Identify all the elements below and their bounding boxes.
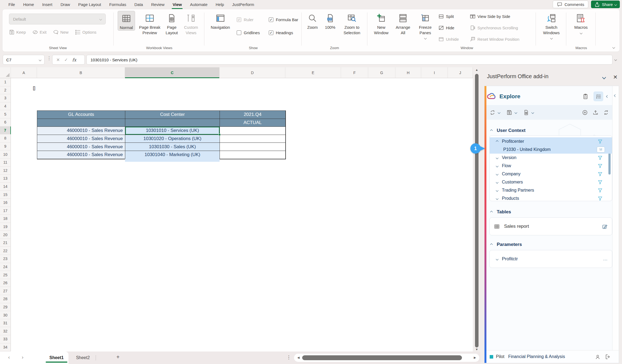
headings-checkbox[interactable]: Headings [269, 30, 293, 35]
context-item-profitcenter[interactable]: Profitcenter [490, 137, 612, 145]
menu-item-view[interactable]: View [169, 1, 185, 8]
cell-c11-fill[interactable] [125, 159, 220, 162]
row-header-2[interactable]: 2 [0, 86, 11, 94]
table-item-sales-report[interactable]: Sales report [489, 217, 612, 235]
save-data-icon[interactable] [507, 110, 512, 115]
table-header-cell[interactable]: GL Accounts [37, 111, 125, 119]
tables-header[interactable]: Tables [490, 209, 511, 215]
refresh-data-icon[interactable] [490, 110, 495, 115]
menu-item-justperform[interactable]: JustPerform [229, 1, 258, 8]
row-header-4[interactable]: 4 [0, 102, 11, 110]
custom-views-button[interactable]: Custom Views [181, 11, 201, 35]
context-item-version[interactable]: Version [490, 154, 612, 162]
row-header-32[interactable]: 32 [0, 327, 11, 335]
row-header-10[interactable]: 10 [0, 150, 11, 159]
user-account-icon[interactable] [595, 354, 601, 360]
row-header-34[interactable]: 34 [0, 343, 11, 352]
options-button[interactable]: Options [75, 29, 96, 35]
menu-item-page-layout[interactable]: Page Layout [75, 1, 105, 8]
row-header-26[interactable]: 26 [0, 279, 11, 287]
table-header-cell[interactable]: ACTUAL [220, 119, 286, 127]
view-side-by-side-button[interactable]: View Side by Side [470, 14, 510, 19]
row-header-3[interactable]: 3 [0, 94, 11, 102]
row-header-1[interactable]: 1 [0, 78, 11, 86]
next-sheet-arrow[interactable]: › [22, 354, 23, 360]
filter-funnel-icon[interactable] [598, 139, 603, 144]
addin-close-icon[interactable]: ✕ [613, 74, 618, 80]
row-header-20[interactable]: 20 [0, 231, 11, 239]
hide-button[interactable]: Hide [438, 25, 454, 31]
unhide-button[interactable]: Unhide [438, 36, 459, 42]
table-cell[interactable]: 10301030 - Sales (UK) [125, 143, 220, 151]
parameters-header[interactable]: Parameters [490, 242, 522, 247]
menu-item-insert[interactable]: Insert [39, 1, 56, 8]
row-header-5[interactable]: 5 [0, 110, 11, 118]
row-header-15[interactable]: 15 [0, 191, 11, 199]
selected-cell-c7[interactable]: 10301010 - Services (UK) [125, 127, 220, 135]
table-header-cell[interactable]: Cost Center [125, 111, 220, 119]
context-item-p1030-united-kingdom[interactable]: P1030 - United KingdomM [490, 145, 612, 154]
vertical-scrollbar[interactable]: ▲ ▼ [473, 67, 480, 352]
exit-button[interactable]: Exit [32, 29, 46, 35]
filter-funnel-icon[interactable] [598, 180, 603, 185]
cell-a2[interactable]: [] [25, 86, 35, 91]
report-clipboard-button[interactable] [580, 91, 590, 101]
switch-windows-button[interactable]: Switch Windows [539, 11, 563, 39]
macros-button[interactable]: Macros [569, 11, 593, 34]
column-header-a[interactable]: A [11, 67, 37, 78]
filter-funnel-icon[interactable] [598, 188, 603, 193]
scroll-down-arrow[interactable]: ▼ [475, 348, 478, 351]
table-cell[interactable] [220, 127, 286, 135]
sheet-view-dropdown[interactable]: Default [9, 14, 106, 24]
ribbon-collapse-chevron[interactable] [612, 46, 615, 49]
menu-item-formulas[interactable]: Formulas [106, 1, 130, 8]
share-button[interactable]: Share [591, 1, 620, 8]
row-header-19[interactable]: 19 [0, 223, 11, 231]
new-sheet-view-button[interactable]: New [53, 29, 68, 35]
row-header-31[interactable]: 31 [0, 319, 11, 327]
page-break-preview-button[interactable]: Page Break Preview [137, 11, 162, 35]
explore-list-button[interactable] [593, 91, 603, 101]
row-header-22[interactable]: 22 [0, 247, 11, 255]
scroll-right-arrow[interactable]: ▶ [474, 356, 476, 359]
refresh-chevron[interactable] [498, 111, 501, 114]
column-header-f[interactable]: F [341, 67, 368, 78]
menu-item-help[interactable]: Help [212, 1, 228, 8]
tab-sheet2[interactable]: Sheet2 [71, 352, 95, 364]
row-header-25[interactable]: 25 [0, 271, 11, 279]
comments-button[interactable]: Comments [553, 1, 588, 8]
filter-funnel-icon[interactable] [598, 196, 603, 201]
formula-bar-checkbox[interactable]: Formula Bar [269, 17, 298, 22]
menu-item-review[interactable]: Review [148, 1, 168, 8]
insert-function-icon[interactable]: fx [72, 57, 76, 62]
table-cell[interactable]: 46000010 - Sales Revenue [37, 135, 125, 143]
row-header-11[interactable]: 11 [0, 159, 11, 167]
row-header-21[interactable]: 21 [0, 239, 11, 247]
formula-bar-grip[interactable]: ⋮ [47, 55, 52, 61]
scroll-up-arrow[interactable]: ▲ [475, 68, 478, 71]
menu-item-draw[interactable]: Draw [57, 1, 74, 8]
vertical-scrollbar-thumb[interactable] [475, 74, 479, 347]
row-header-33[interactable]: 33 [0, 335, 11, 343]
synchronous-scrolling-button[interactable]: Synchronous Scrolling [470, 25, 518, 31]
row-header-8[interactable]: 8 [0, 134, 11, 143]
normal-view-button[interactable]: Normal [118, 11, 135, 31]
row-header-18[interactable]: 18 [0, 215, 11, 223]
filter-funnel-icon[interactable] [598, 172, 603, 177]
column-header-d[interactable]: D [220, 67, 285, 78]
row-header-12[interactable]: 12 [0, 167, 11, 175]
row-header-14[interactable]: 14 [0, 183, 11, 191]
cancel-icon[interactable]: ✕ [56, 57, 60, 62]
zoom-to-selection-button[interactable]: Zoom to Selection [340, 11, 364, 35]
fill-handle[interactable] [218, 134, 221, 136]
row-header-27[interactable]: 27 [0, 287, 11, 295]
row-header-6[interactable]: 6 [0, 118, 11, 126]
row-header-24[interactable]: 24 [0, 263, 11, 271]
export-report-icon[interactable] [523, 110, 529, 115]
panel-collapse-rail[interactable] [612, 86, 619, 363]
upload-icon[interactable] [593, 110, 598, 115]
table-cell[interactable]: 10301040 - Marketing (UK) [125, 151, 220, 159]
table-header-cell[interactable]: 2021.Q4 [220, 111, 286, 119]
page-layout-button[interactable]: Page Layout [163, 11, 180, 35]
user-context-header[interactable]: User Context [490, 128, 526, 133]
